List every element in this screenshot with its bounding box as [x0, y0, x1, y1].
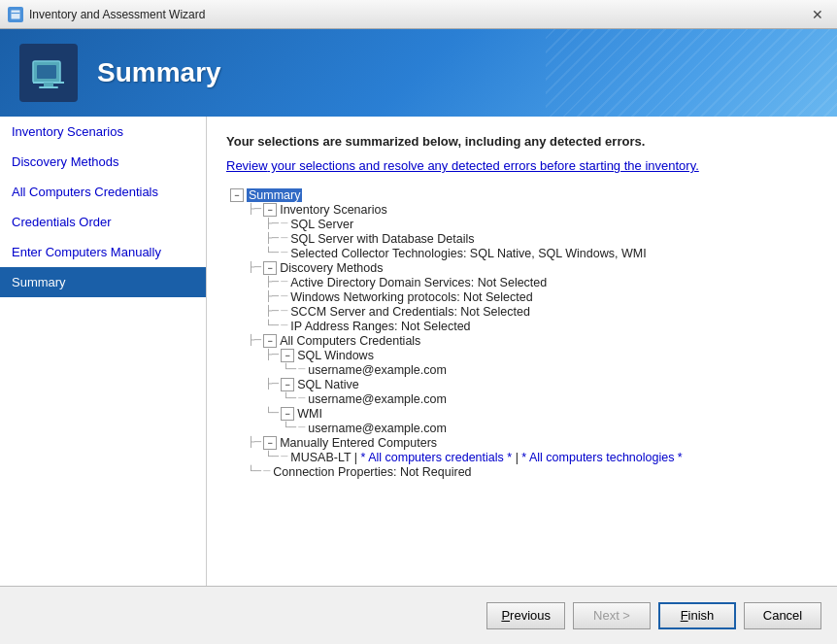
sub-message-suffix: your selections and resolve any detected… — [268, 158, 699, 173]
tree-label-all-computers-creds: All Computers Credentials — [280, 334, 420, 348]
leaf-icon: ─ — [281, 320, 287, 330]
tree-label-summary: Summary — [247, 188, 302, 202]
tree-label-sql-db: SQL Server with Database Details — [290, 232, 474, 246]
previous-button[interactable]: Previous — [486, 602, 565, 629]
footer: Previous Next > Finish Cancel — [0, 586, 837, 644]
tree-node-sql-server-db: ├─ ─ SQL Server with Database Details — [226, 232, 818, 246]
tree-label-sccm: SCCM Server and Credentials: Not Selecte… — [290, 305, 530, 319]
connector: ├─ — [265, 218, 279, 228]
leaf-icon: ─ — [281, 305, 287, 316]
tree-label-sql-windows: SQL Windows — [297, 349, 374, 362]
tree-toggle-wmi[interactable]: − — [281, 407, 294, 421]
svg-rect-6 — [39, 86, 58, 88]
tree-label-sql-native: SQL Native — [297, 378, 358, 391]
sub-message: Review your selections and resolve any d… — [226, 158, 818, 173]
next-button[interactable]: Next > — [573, 602, 651, 629]
app-icon — [8, 7, 23, 22]
connector: ├─ — [248, 436, 261, 447]
content-area: Your selections are summarized below, in… — [207, 117, 837, 586]
tree-label-ad: Active Directory Domain Services: Not Se… — [290, 276, 547, 289]
title-bar: Inventory and Assessment Wizard ✕ — [0, 0, 837, 29]
summary-tree: − Summary ├─ − Inventory Scenarios ├─ ─ … — [226, 188, 818, 479]
cancel-label: Cancel — [763, 608, 802, 623]
tree-node-sql-windows: ├─ − SQL Windows — [226, 349, 818, 362]
tree-node-sccm: ├─ ─ SCCM Server and Credentials: Not Se… — [226, 305, 818, 319]
sidebar-item-inventory-scenarios[interactable]: Inventory Scenarios — [0, 117, 206, 147]
header-banner: Summary — [0, 29, 837, 117]
tree-node-discovery-methods: ├─ − Discovery Methods — [226, 261, 818, 275]
tree-label-sql-server: SQL Server — [290, 218, 353, 231]
leaf-icon: ─ — [263, 465, 270, 476]
tree-label-windows-net: Windows Networking protocols: Not Select… — [290, 290, 532, 304]
tree-toggle-inventory[interactable]: − — [263, 203, 277, 217]
connector: ├─ — [265, 290, 279, 301]
tree-toggle-creds[interactable]: − — [263, 334, 277, 348]
finish-label: Finish — [681, 608, 715, 623]
tree-node-inventory-scenarios: ├─ − Inventory Scenarios — [226, 203, 818, 217]
tree-node-musab: └─ ─ MUSAB-LT | * All computers credenti… — [226, 451, 818, 464]
tree-node-windows-net: ├─ ─ Windows Networking protocols: Not S… — [226, 290, 818, 304]
tree-label-connection-props: Connection Properties: Not Required — [273, 465, 471, 479]
connector: └─ — [265, 451, 279, 461]
connector: ├─ — [265, 276, 279, 287]
main-message: Your selections are summarized below, in… — [226, 134, 818, 149]
sidebar-item-enter-computers-manually[interactable]: Enter Computers Manually — [0, 237, 206, 267]
tree-label-sql-native-user: username@example.com — [308, 392, 447, 406]
leaf-icon: ─ — [298, 422, 305, 432]
connector: ├─ — [265, 232, 279, 243]
tree-label-manually-entered: Manually Entered Computers — [280, 436, 437, 450]
tree-node-summary: − Summary — [226, 188, 818, 202]
cancel-button[interactable]: Cancel — [744, 602, 821, 629]
header-icon — [19, 44, 78, 102]
tree-label-collector-tech: Selected Collector Technologies: SQL Nat… — [290, 247, 646, 260]
tree-toggle-sql-windows[interactable]: − — [281, 349, 294, 362]
leaf-icon: ─ — [281, 232, 287, 243]
connector: └─ — [265, 247, 279, 257]
sidebar-item-credentials-order[interactable]: Credentials Order — [0, 207, 206, 237]
tree-node-sql-native: ├─ − SQL Native — [226, 378, 818, 391]
tree-node-sql-server: ├─ ─ SQL Server — [226, 218, 818, 231]
tree-label-wmi: WMI — [297, 407, 322, 421]
svg-rect-0 — [12, 10, 20, 18]
tree-node-ip: └─ ─ IP Address Ranges: Not Selected — [226, 320, 818, 333]
tree-label-musab: MUSAB-LT | * All computers credentials *… — [290, 451, 682, 464]
connector: ├─ — [248, 203, 261, 214]
connector: └─ — [283, 392, 296, 403]
tree-label-sql-windows-user: username@example.com — [308, 363, 447, 377]
finish-button[interactable]: Finish — [658, 602, 736, 629]
connector: └─ — [265, 320, 279, 330]
tree-node-wmi: └─ − WMI — [226, 407, 818, 421]
previous-label: Previous — [501, 608, 551, 623]
tree-toggle-sql-native[interactable]: − — [281, 378, 294, 391]
tree-node-wmi-user: └─ ─ username@example.com — [226, 422, 818, 435]
connector: ├─ — [248, 261, 261, 272]
tree-label-ip: IP Address Ranges: Not Selected — [290, 320, 470, 333]
tree-node-ad: ├─ ─ Active Directory Domain Services: N… — [226, 276, 818, 289]
tree-toggle-manually[interactable]: − — [263, 436, 277, 450]
connector: └─ — [283, 363, 296, 374]
close-button[interactable]: ✕ — [806, 5, 829, 24]
connector: ├─ — [265, 378, 279, 389]
sidebar-item-all-computers-credentials[interactable]: All Computers Credentials — [0, 177, 206, 207]
leaf-icon: ─ — [281, 276, 287, 287]
tree-node-sql-windows-user: └─ ─ username@example.com — [226, 363, 818, 377]
svg-rect-3 — [37, 65, 56, 79]
tree-label-wmi-user: username@example.com — [308, 422, 447, 435]
main-layout: Inventory Scenarios Discovery Methods Al… — [0, 117, 837, 586]
next-label: Next > — [593, 608, 630, 623]
sidebar-item-summary[interactable]: Summary — [0, 267, 206, 297]
leaf-icon: ─ — [281, 247, 287, 257]
connector: └─ — [283, 422, 296, 432]
tree-label-inventory-scenarios: Inventory Scenarios — [280, 203, 386, 217]
connector: └─ — [265, 407, 279, 418]
sidebar-item-discovery-methods[interactable]: Discovery Methods — [0, 147, 206, 177]
leaf-icon: ─ — [281, 451, 287, 461]
title-bar-left: Inventory and Assessment Wizard — [8, 7, 205, 22]
tree-toggle-discovery[interactable]: − — [263, 261, 277, 275]
tree-node-collector-tech: └─ ─ Selected Collector Technologies: SQ… — [226, 247, 818, 260]
leaf-icon: ─ — [298, 363, 305, 374]
tree-toggle-summary[interactable]: − — [230, 188, 244, 202]
leaf-icon: ─ — [281, 218, 287, 228]
review-link[interactable]: Review — [226, 158, 268, 173]
tree-node-all-computers-creds: ├─ − All Computers Credentials — [226, 334, 818, 348]
